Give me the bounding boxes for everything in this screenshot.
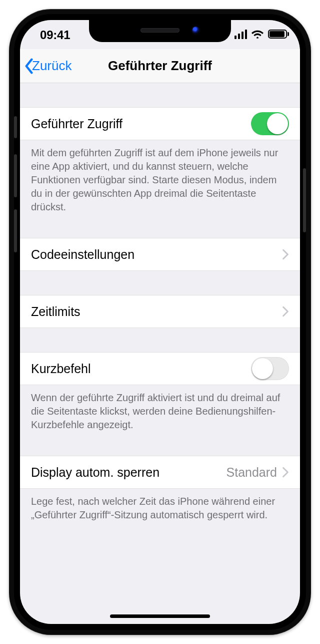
auto-lock-value: Standard (226, 465, 277, 480)
chevron-right-icon (282, 249, 289, 260)
cellular-icon (234, 30, 248, 39)
screen: 09:41 Zurück Geführter Zugriff (20, 20, 300, 624)
guided-access-toggle-label: Geführter Zugriff (31, 117, 122, 131)
hw-silence-switch (14, 116, 17, 138)
back-label: Zurück (32, 58, 72, 74)
passcode-settings-label: Codeeinstellungen (31, 247, 134, 262)
hw-volume-down (14, 209, 17, 252)
shortcut-footer: Wenn der geführte Zugriff aktiviert ist … (20, 385, 300, 432)
hw-side-button (303, 168, 306, 232)
back-button[interactable]: Zurück (24, 49, 72, 83)
battery-icon (268, 30, 287, 39)
notch (89, 20, 231, 42)
time-limits-label: Zeitlimits (31, 304, 80, 319)
auto-lock-footer: Lege fest, nach welcher Zeit das iPhone … (20, 489, 300, 522)
guided-access-toggle-row[interactable]: Geführter Zugriff (20, 107, 300, 140)
front-camera (192, 27, 200, 34)
shortcut-toggle[interactable] (251, 357, 289, 380)
passcode-settings-row[interactable]: Codeeinstellungen (20, 238, 300, 271)
auto-lock-label: Display autom. sperren (31, 465, 160, 480)
settings-content: Geführter Zugriff Mit dem geführten Zugr… (20, 83, 300, 624)
guided-access-footer: Mit dem geführten Zugriff ist auf dem iP… (20, 140, 300, 214)
phone-frame: 09:41 Zurück Geführter Zugriff (9, 9, 311, 635)
speaker-grille (140, 28, 180, 33)
status-time: 09:41 (40, 28, 70, 42)
chevron-right-icon (282, 467, 289, 478)
guided-access-toggle[interactable] (251, 112, 289, 135)
shortcut-toggle-label: Kurzbefehl (31, 362, 91, 376)
wifi-icon (251, 29, 264, 39)
auto-lock-row[interactable]: Display autom. sperren Standard (20, 456, 300, 489)
home-indicator[interactable] (110, 614, 210, 618)
chevron-right-icon (282, 306, 289, 317)
hw-volume-up (14, 154, 17, 197)
nav-bar: Zurück Geführter Zugriff (20, 49, 300, 83)
time-limits-row[interactable]: Zeitlimits (20, 295, 300, 328)
shortcut-toggle-row[interactable]: Kurzbefehl (20, 352, 300, 385)
